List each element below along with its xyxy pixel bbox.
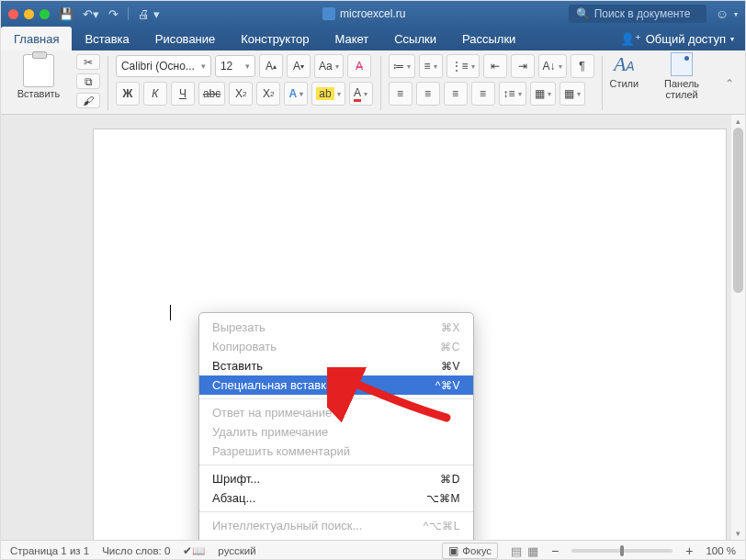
menu-item-smart-lookup[interactable]: Интеллектуальный поиск...^⌥⌘L — [199, 516, 473, 535]
multilevel-icon: ⋮≡ — [451, 60, 469, 73]
menu-item-copy[interactable]: Копировать⌘C — [199, 337, 473, 356]
zoom-level[interactable]: 100 % — [706, 545, 736, 556]
tab-layout[interactable]: Макет — [322, 27, 381, 50]
align-center-button[interactable]: ≡ — [416, 82, 440, 106]
bold-button[interactable]: Ж — [116, 82, 140, 106]
undo-icon[interactable]: ↶▾ — [83, 8, 99, 20]
change-case-button[interactable]: Aa — [314, 54, 344, 78]
justify-button[interactable]: ≡ — [471, 82, 495, 106]
menu-item-paragraph[interactable]: Абзац...⌥⌘M — [199, 488, 473, 508]
tab-design[interactable]: Конструктор — [228, 27, 322, 50]
scissors-icon: ✂ — [84, 56, 93, 69]
clipboard-icon — [23, 54, 54, 87]
close-window-button[interactable] — [8, 9, 18, 19]
italic-button[interactable]: К — [143, 82, 167, 106]
subscript-button[interactable]: X2 — [229, 82, 253, 106]
quick-access-toolbar: 💾 ↶▾ ↷ 🖨 ▾ — [59, 7, 160, 20]
sort-button[interactable]: A↓ — [538, 54, 567, 78]
numbering-button[interactable]: ≡ — [419, 54, 443, 78]
menu-item-paste[interactable]: Вставить⌘V — [199, 356, 473, 375]
text-cursor — [170, 305, 171, 320]
feedback-caret-icon[interactable]: ▾ — [734, 10, 738, 18]
scroll-down-icon[interactable]: ▾ — [736, 527, 740, 540]
font-color-button[interactable]: A — [349, 82, 373, 106]
maximize-window-button[interactable] — [40, 9, 50, 19]
eraser-icon: A̶ — [356, 60, 363, 73]
underline-button[interactable]: Ч — [171, 82, 195, 106]
context-menu: Вырезать⌘X Копировать⌘C Вставить⌘V Специ… — [198, 312, 474, 540]
menu-item-font[interactable]: Шрифт...⌘D — [199, 469, 473, 488]
vertical-scrollbar[interactable]: ▴ ▾ — [731, 115, 745, 540]
tab-mailings[interactable]: Рассылки — [449, 27, 528, 50]
tab-references[interactable]: Ссылки — [381, 27, 449, 50]
show-marks-button[interactable]: ¶ — [571, 54, 594, 78]
menu-item-synonyms[interactable]: Синонимы▶ — [199, 535, 473, 540]
font-name-combo[interactable]: Calibri (Осно...▾ — [116, 55, 211, 77]
save-icon[interactable]: 💾 — [59, 8, 73, 20]
borders-button[interactable]: ▦ — [560, 82, 585, 106]
multilevel-button[interactable]: ⋮≡ — [446, 54, 480, 78]
search-input[interactable]: 🔍 Поиск в документе — [569, 5, 706, 23]
focus-mode-button[interactable]: ▣ Фокус — [442, 543, 498, 559]
borders-icon: ▦ — [564, 87, 574, 100]
grow-font-button[interactable]: A▴ — [259, 54, 283, 78]
print-icon[interactable]: 🖨 ▾ — [138, 8, 160, 20]
status-page[interactable]: Страница 1 из 1 — [10, 545, 89, 556]
spellcheck-icon[interactable]: ✔📖 — [183, 544, 205, 557]
word-doc-icon — [322, 7, 335, 20]
view-print-icon[interactable]: ▤ — [511, 544, 522, 558]
menu-item-reply-comment[interactable]: Ответ на примечание — [199, 403, 473, 422]
styles-gallery-button[interactable]: AA Стили — [604, 52, 644, 114]
status-words[interactable]: Число слов: 0 — [102, 545, 170, 556]
shrink-font-button[interactable]: A▾ — [287, 54, 311, 78]
strike-button[interactable]: abc — [198, 82, 225, 106]
shading-button[interactable]: ▦ — [530, 82, 556, 106]
focus-icon: ▣ — [448, 544, 458, 557]
text-effects-button[interactable]: A — [284, 82, 308, 106]
ribbon-tabs: Главная Вставка Рисование Конструктор Ма… — [1, 27, 745, 50]
zoom-out-button[interactable]: − — [551, 543, 559, 558]
zoom-in-button[interactable]: + — [685, 543, 693, 558]
copy-icon: ⧉ — [85, 75, 93, 88]
share-button[interactable]: 👤⁺ Общий доступ ▾ — [609, 27, 745, 50]
collapse-ribbon-button[interactable]: ⌃ — [719, 52, 740, 114]
font-size-combo[interactable]: 12▾ — [215, 55, 255, 77]
ribbon: Вставить ✂ ⧉ 🖌 Calibri (Осно...▾ 12▾ A▴ … — [1, 50, 745, 115]
copy-button[interactable]: ⧉ — [76, 73, 100, 89]
tab-insert[interactable]: Вставка — [72, 27, 141, 50]
line-spacing-button[interactable]: ↕≡ — [499, 82, 526, 106]
feedback-icon[interactable]: ☺ — [716, 6, 729, 21]
scroll-up-icon[interactable]: ▴ — [736, 115, 740, 128]
clear-format-button[interactable]: A̶ — [347, 54, 371, 78]
tab-draw[interactable]: Рисование — [142, 27, 228, 50]
view-web-icon[interactable]: ▦ — [527, 544, 538, 558]
editor-area: ▴ ▾ Вырезать⌘X Копировать⌘C Вставить⌘V С… — [1, 115, 745, 540]
zoom-slider[interactable] — [571, 549, 673, 553]
menu-item-cut[interactable]: Вырезать⌘X — [199, 318, 473, 337]
highlight-icon: ab — [316, 87, 333, 100]
bucket-icon: ▦ — [535, 87, 545, 100]
minimize-window-button[interactable] — [24, 9, 34, 19]
align-right-button[interactable]: ≡ — [444, 82, 468, 106]
increase-indent-button[interactable]: ⇥ — [511, 54, 535, 78]
styles-pane-button[interactable]: Панель стилей — [644, 52, 719, 114]
search-icon: 🔍 — [576, 7, 590, 20]
tab-home[interactable]: Главная — [1, 27, 72, 50]
scroll-thumb[interactable] — [733, 128, 743, 293]
align-left-button[interactable]: ≡ — [389, 82, 413, 106]
status-language[interactable]: русский — [218, 545, 255, 556]
bullets-icon: ≔ — [393, 60, 404, 73]
share-icon: 👤⁺ — [620, 32, 641, 46]
menu-item-paste-special[interactable]: Специальная вставка...^⌘V — [199, 375, 473, 395]
superscript-button[interactable]: X2 — [256, 82, 280, 106]
highlight-button[interactable]: ab — [311, 82, 345, 106]
format-painter-button[interactable]: 🖌 — [76, 93, 100, 108]
cut-button[interactable]: ✂ — [76, 54, 100, 70]
numbering-icon: ≡ — [424, 60, 431, 73]
bullets-button[interactable]: ≔ — [389, 54, 415, 78]
decrease-indent-button[interactable]: ⇤ — [483, 54, 507, 78]
menu-item-resolve-comment[interactable]: Разрешить комментарий — [199, 442, 473, 461]
redo-icon[interactable]: ↷ — [108, 8, 119, 20]
menu-item-delete-comment[interactable]: Удалить примечание — [199, 422, 473, 442]
paste-button[interactable]: Вставить — [12, 54, 65, 99]
